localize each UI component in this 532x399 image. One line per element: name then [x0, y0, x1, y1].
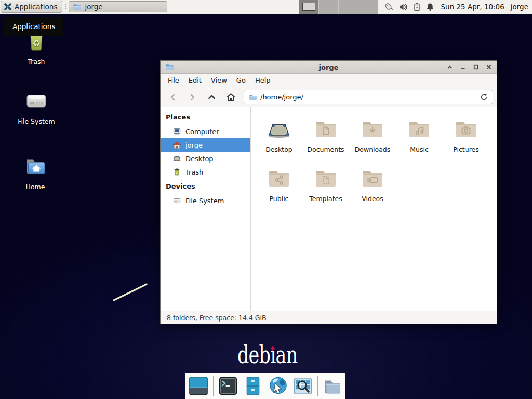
debian-logo: debıan — [237, 343, 297, 367]
sidebar-item-file-system[interactable]: File System — [161, 194, 250, 207]
web-browser-button[interactable] — [268, 375, 288, 397]
file-item-label: Templates — [309, 195, 342, 203]
folder-downloads-icon — [360, 117, 385, 142]
directory-menu-button[interactable] — [322, 375, 343, 397]
location-path: /home/jorge/ — [260, 93, 303, 101]
application-finder-button[interactable] — [292, 375, 313, 397]
terminal-icon — [218, 376, 238, 396]
window-titlebar[interactable]: jorge — [161, 61, 497, 74]
taskbar-window-button[interactable]: jorge — [69, 1, 167, 12]
desktop-icon-home[interactable]: Home — [11, 154, 60, 191]
location-bar[interactable]: /home/jorge/ — [244, 90, 493, 104]
file-item-label: Desktop — [265, 145, 292, 153]
folder-documents-icon — [313, 117, 338, 142]
sidebar-item-label: Desktop — [185, 155, 214, 163]
computer-icon — [172, 127, 181, 136]
notifications-icon[interactable] — [426, 3, 434, 11]
sidebar-header-places: Places — [161, 110, 250, 125]
dock-separator — [213, 376, 214, 396]
file-item-documents[interactable]: Documents — [302, 117, 349, 166]
file-item-label: Public — [270, 195, 289, 203]
sidebar-item-label: Computer — [185, 128, 219, 136]
desktop-icon-file-system[interactable]: File System — [12, 88, 61, 125]
menu-view[interactable]: View — [206, 76, 232, 84]
reload-button[interactable] — [480, 93, 488, 101]
desktop-icon-label: File System — [18, 117, 55, 125]
minimize-button[interactable] — [460, 64, 466, 70]
sidebar-item-trash[interactable]: ♻ Trash — [161, 165, 250, 179]
sidebar-item-label: Trash — [185, 168, 203, 176]
workspace-4[interactable] — [358, 0, 378, 14]
close-button[interactable] — [486, 64, 492, 70]
show-desktop-button[interactable] — [188, 375, 209, 397]
workspace-1[interactable] — [299, 0, 319, 14]
file-cabinet-icon — [243, 376, 263, 396]
file-item-label: Documents — [307, 145, 344, 153]
home-button[interactable] — [222, 90, 240, 104]
forward-button[interactable] — [183, 90, 201, 104]
file-item-label: Downloads — [355, 145, 391, 153]
folder-music-icon — [407, 117, 432, 142]
taskbar-window-title: jorge — [85, 3, 102, 11]
desktop-icon-label: Trash — [28, 58, 45, 65]
folder-public-icon — [267, 166, 291, 191]
sidebar: Places Computer jorge — [161, 107, 251, 311]
file-item-templates[interactable]: Templates — [302, 166, 349, 216]
folder-pictures-icon — [454, 117, 478, 142]
svg-text:♻: ♻ — [176, 170, 178, 174]
file-item-pictures[interactable]: Pictures — [443, 117, 489, 166]
sidebar-item-computer[interactable]: Computer — [161, 125, 250, 138]
applications-tooltip: Applications — [4, 17, 63, 36]
location-folder-icon — [249, 93, 257, 101]
file-manager-button[interactable] — [243, 375, 263, 397]
show-desktop-icon — [188, 376, 209, 396]
sidebar-header-devices: Devices — [161, 179, 250, 194]
drive-icon — [24, 88, 49, 113]
battery-icon[interactable] — [413, 3, 421, 11]
web-browser-globe-icon — [268, 376, 288, 396]
workspace-3[interactable] — [339, 0, 358, 14]
desktop-icon — [267, 117, 291, 142]
status-text: 8 folders, Free space: 14.4 GiB — [167, 314, 267, 322]
folder-videos-icon — [360, 166, 385, 191]
shade-button[interactable] — [447, 64, 453, 70]
mouse-icon[interactable] — [383, 2, 394, 11]
tasklist-drag-handle[interactable] — [63, 0, 68, 14]
menu-help[interactable]: Help — [250, 76, 275, 84]
panel-clock[interactable]: Sun 25 Apr, 10:06 — [441, 3, 504, 11]
dock — [185, 373, 345, 399]
file-item-desktop[interactable]: Desktop — [256, 117, 302, 166]
volume-icon[interactable] — [399, 3, 408, 11]
mouse-pointer-line — [110, 281, 151, 304]
file-item-downloads[interactable]: Downloads — [349, 117, 396, 166]
file-item-music[interactable]: Music — [396, 117, 443, 166]
terminal-button[interactable] — [218, 375, 238, 397]
up-button[interactable] — [203, 90, 220, 104]
menu-edit[interactable]: Edit — [184, 76, 206, 84]
applications-menu-icon — [4, 3, 12, 11]
sidebar-item-label: File System — [185, 197, 224, 205]
drive-icon — [172, 196, 181, 205]
menu-go[interactable]: Go — [232, 76, 250, 84]
file-item-public[interactable]: Public — [256, 166, 302, 216]
applications-menu-label: Applications — [15, 3, 57, 11]
maximize-button[interactable] — [473, 64, 479, 70]
file-item-videos[interactable]: Videos — [349, 166, 396, 216]
panel-username[interactable]: jorge — [511, 3, 528, 11]
sidebar-item-desktop[interactable]: Desktop — [161, 152, 250, 165]
sidebar-item-jorge[interactable]: jorge — [161, 138, 250, 152]
toolbar: /home/jorge/ — [161, 87, 497, 107]
application-finder-icon — [292, 376, 313, 396]
menu-file[interactable]: File — [163, 76, 184, 84]
back-button[interactable] — [164, 90, 182, 104]
workspace-2[interactable] — [319, 0, 339, 14]
file-manager-window: jorge File Edit View Go Help — [160, 60, 497, 324]
window-controls — [447, 64, 492, 70]
menu-bar: File Edit View Go Help — [161, 74, 497, 87]
file-grid: Desktop Documents Downloads Music Pictur… — [251, 107, 497, 311]
workspace-switcher — [299, 0, 378, 14]
home-folder-icon — [23, 154, 48, 179]
file-item-label: Music — [410, 145, 429, 153]
sidebar-item-label: jorge — [185, 141, 203, 149]
applications-menu-button[interactable]: Applications — [1, 1, 62, 13]
